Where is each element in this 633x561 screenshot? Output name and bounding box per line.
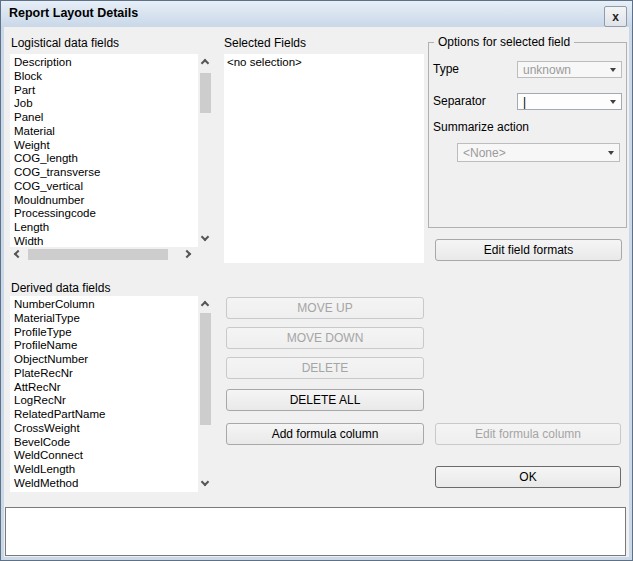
- separator-label: Separator: [433, 94, 486, 108]
- ok-button[interactable]: OK: [435, 466, 621, 488]
- list-item[interactable]: Description: [14, 56, 198, 70]
- move-down-button[interactable]: MOVE DOWN: [226, 327, 424, 349]
- close-button[interactable]: x: [604, 6, 627, 27]
- close-icon: x: [612, 10, 619, 24]
- scrollbar-thumb[interactable]: [200, 313, 211, 425]
- dialog-window: Report Layout Details x Logistical data …: [0, 0, 633, 561]
- list-item[interactable]: BevelCode: [14, 436, 198, 450]
- list-item[interactable]: Mouldnumber: [14, 194, 198, 208]
- logistical-fields-label: Logistical data fields: [11, 36, 119, 50]
- list-item[interactable]: ObjectNumber: [14, 353, 198, 367]
- list-item[interactable]: Material: [14, 125, 198, 139]
- summarize-action-label: Summarize action: [433, 120, 529, 134]
- options-groupbox-legend: Options for selected field: [434, 35, 574, 49]
- list-item[interactable]: Job: [14, 97, 198, 111]
- scroll-left-icon[interactable]: [14, 250, 22, 258]
- type-label: Type: [433, 62, 459, 76]
- list-item[interactable]: Part: [14, 84, 198, 98]
- list-item[interactable]: ProfileName: [14, 339, 198, 353]
- edit-field-formats-button[interactable]: Edit field formats: [435, 239, 622, 261]
- logistical-horizontal-scrollbar[interactable]: [10, 247, 196, 262]
- list-item[interactable]: AttRecNr: [14, 381, 198, 395]
- derived-fields-label: Derived data fields: [11, 281, 110, 295]
- separator-dropdown[interactable]: |: [517, 93, 622, 110]
- list-item[interactable]: COG_transverse: [14, 166, 198, 180]
- list-item[interactable]: Panel: [14, 111, 198, 125]
- list-item[interactable]: Width: [14, 235, 198, 247]
- list-item[interactable]: WeldLength: [14, 463, 198, 477]
- list-item[interactable]: <no selection>: [227, 56, 424, 70]
- move-up-button[interactable]: MOVE UP: [226, 297, 424, 319]
- type-dropdown[interactable]: unknown: [517, 61, 622, 78]
- selected-fields-list[interactable]: <no selection>: [224, 54, 424, 263]
- derived-fields-list[interactable]: NumberColumnMaterialTypeProfileTypeProfi…: [10, 296, 198, 492]
- chevron-down-icon: [610, 68, 616, 72]
- scrollbar-thumb[interactable]: [200, 73, 211, 113]
- list-item[interactable]: WeldMethod: [14, 477, 198, 491]
- chevron-down-icon: [608, 151, 614, 155]
- list-item[interactable]: COG_length: [14, 152, 198, 166]
- list-item[interactable]: Length: [14, 221, 198, 235]
- summarize-action-dropdown-value: <None>: [463, 146, 506, 160]
- list-item[interactable]: CrossWeight: [14, 422, 198, 436]
- summarize-action-dropdown[interactable]: <None>: [457, 143, 620, 162]
- scroll-down-icon[interactable]: [201, 233, 209, 241]
- status-box: [5, 507, 626, 556]
- scroll-up-icon[interactable]: [201, 59, 209, 67]
- type-dropdown-value: unknown: [523, 63, 571, 77]
- list-item[interactable]: WeldConnect: [14, 449, 198, 463]
- selected-fields-label: Selected Fields: [224, 36, 306, 50]
- logistical-fields-list[interactable]: DescriptionBlockPartJobPanelMaterialWeig…: [10, 54, 198, 247]
- add-formula-column-button[interactable]: Add formula column: [226, 423, 424, 445]
- list-item[interactable]: ProfileType: [14, 326, 198, 340]
- separator-dropdown-value: |: [523, 95, 526, 109]
- list-item[interactable]: MaterialType: [14, 312, 198, 326]
- chevron-down-icon: [610, 100, 616, 104]
- list-item[interactable]: Processingcode: [14, 207, 198, 221]
- scroll-down-icon[interactable]: [201, 478, 209, 486]
- derived-vertical-scrollbar[interactable]: [198, 296, 213, 492]
- scroll-up-icon[interactable]: [201, 301, 209, 309]
- list-item[interactable]: Block: [14, 70, 198, 84]
- list-item[interactable]: PlateRecNr: [14, 367, 198, 381]
- logistical-vertical-scrollbar[interactable]: [198, 54, 213, 247]
- list-item[interactable]: RelatedPartName: [14, 408, 198, 422]
- delete-button[interactable]: DELETE: [226, 357, 424, 379]
- list-item[interactable]: NumberColumn: [14, 298, 198, 312]
- scroll-right-icon[interactable]: [183, 250, 191, 258]
- scrollbar-thumb[interactable]: [28, 249, 168, 260]
- list-item[interactable]: Weight: [14, 139, 198, 153]
- dialog-title: Report Layout Details: [9, 6, 138, 20]
- list-item[interactable]: COG_vertical: [14, 180, 198, 194]
- delete-all-button[interactable]: DELETE ALL: [226, 389, 424, 411]
- list-item[interactable]: LogRecNr: [14, 394, 198, 408]
- edit-formula-column-button[interactable]: Edit formula column: [435, 423, 621, 445]
